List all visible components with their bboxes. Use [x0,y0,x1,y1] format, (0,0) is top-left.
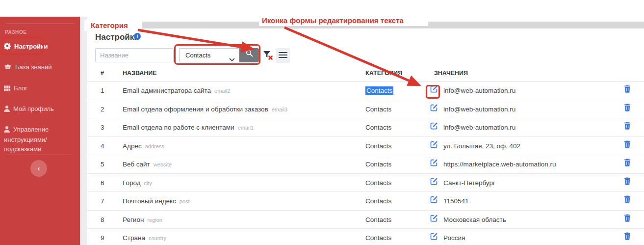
category-select[interactable]: Contacts [179,48,239,62]
edit-value-button[interactable] [430,137,438,156]
sidebar-item-label: Блог [14,84,27,92]
setting-value: ул. Большая, 23, оф. 402 [443,137,520,156]
edit-icon [430,87,438,94]
setting-title: Регион [123,216,144,223]
grid-icon [4,84,10,94]
setting-code: region [147,217,162,223]
edit-value-button[interactable] [430,174,438,192]
delete-button[interactable] [624,211,631,229]
table-row: 1Email администратора сайтаemail2Contact… [87,82,644,100]
setting-category: Contacts [365,229,391,245]
table-row: 5Веб сайтwebsiteContactshttps://marketpl… [87,155,644,174]
setting-value: https://marketplace.web-automation.ru [443,155,556,174]
row-number: 1 [101,82,104,100]
edit-value-button[interactable] [430,211,438,229]
setting-name: Email администратора сайтаemail2 [123,82,230,101]
setting-code: email3 [272,107,287,112]
trash-icon [624,142,631,150]
sidebar-item-label: База знаний [15,63,52,71]
setting-category: Contacts [365,100,391,119]
table-row: 2Email отдела оформления и обработки зак… [87,100,644,119]
category-select-value: Contacts [185,52,210,59]
setting-name: Городcity [123,174,152,193]
clear-filter-button[interactable] [262,50,274,61]
delete-button[interactable] [624,229,631,245]
setting-title: Email отдела оформления и обработки зака… [123,106,268,113]
app-root: РАЗНОЕ НастройкиБаза знанийБлогМой профи… [0,0,644,245]
edit-icon [430,234,438,242]
info-icon[interactable]: i [134,33,141,40]
setting-value: info@web-automation.ru [443,82,515,100]
delete-button[interactable] [624,174,631,192]
delete-button[interactable] [624,118,631,137]
row-number: 7 [101,192,104,211]
hamburger-icon [279,52,287,58]
edit-value-button[interactable] [430,118,438,137]
sidebar-item-gear-0[interactable]: Настройки [0,42,80,52]
setting-name: Регионregion [123,211,162,230]
delete-button[interactable] [624,192,631,211]
column-header-category: КАТЕГОРИЯ [365,70,402,77]
sidebar-item-user-3[interactable]: Мой профиль [0,104,80,114]
setting-code: city [144,180,153,186]
column-header-num: # [101,70,104,77]
menu-button[interactable] [276,48,290,63]
category-value: Contacts [365,179,391,187]
chevron-down-icon [229,53,235,66]
sidebar-item-graduation-cap-1[interactable]: База знаний [0,62,80,73]
trash-icon [624,197,631,205]
table-row: 3Email отдела по работе с клиентамиemail… [87,118,644,137]
row-number: 8 [101,211,104,229]
setting-code: address [145,143,164,149]
name-filter-input[interactable] [95,48,174,62]
user-icon [4,126,10,135]
sidebar-collapse-button[interactable]: ‹ [30,160,47,177]
setting-title: Страна [123,234,145,242]
delete-button[interactable] [624,82,631,100]
setting-title: Город [123,179,141,187]
edit-value-button[interactable] [430,155,438,174]
sidebar-item-user-4[interactable]: Управление инструкциями/подсказками [0,125,80,154]
search-button[interactable] [239,48,259,62]
delete-button[interactable] [624,137,631,156]
content-gutter [80,17,87,245]
edit-icon [430,216,438,223]
setting-category: Contacts [365,155,391,174]
setting-code: email2 [214,88,230,94]
edit-icon [430,124,438,131]
trash-icon [624,234,631,242]
sidebar: РАЗНОЕ НастройкиБаза знанийБлогМой профи… [0,17,80,245]
trash-icon [624,179,631,187]
sidebar-divider [6,155,74,155]
edit-value-button[interactable] [430,229,438,245]
setting-title: Почтовый индекс [123,197,176,205]
trash-icon [624,87,631,94]
trash-icon [624,216,631,223]
delete-button[interactable] [624,155,631,174]
edit-value-button[interactable] [430,100,438,119]
table-row: 7Почтовый индексpostContacts1150541 [87,192,644,211]
edit-icon [430,106,438,113]
edit-value-button[interactable] [430,192,438,211]
setting-title: Email администратора сайта [123,87,211,94]
trash-icon [624,106,631,113]
edit-value-button[interactable] [430,82,438,100]
setting-code: email1 [238,125,254,131]
filter-remove-icon [262,54,274,62]
setting-name: Email отдела оформления и обработки зака… [123,100,287,119]
setting-name: Адресaddress [123,137,164,156]
sidebar-item-label: Мой профиль [13,105,54,112]
main-content: Настройки i Contacts # НАЗВАНИЕ КАТЕГОРИ… [87,28,644,245]
delete-button[interactable] [624,100,631,119]
table-row: 9СтранаcountryContactsРоссия [87,229,644,245]
category-value: Contacts [365,197,391,205]
row-number: 4 [101,137,104,156]
setting-name: Почтовый индексpost [123,192,190,211]
category-value: Contacts [365,234,391,242]
sidebar-item-label: Управление инструкциями/подсказками [4,126,49,153]
setting-name: Веб сайтwebsite [123,155,172,174]
sidebar-item-grid-2[interactable]: Блог [0,83,80,94]
row-number: 5 [101,155,104,174]
gear-icon [4,43,11,52]
graduation-cap-icon [4,63,12,73]
